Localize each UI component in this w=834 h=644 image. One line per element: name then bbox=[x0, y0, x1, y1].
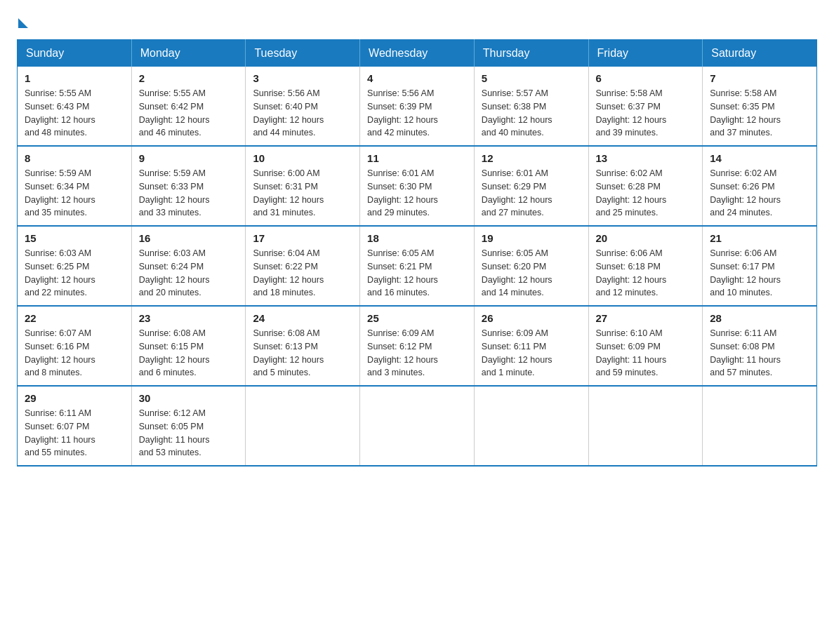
day-info: Sunrise: 5:58 AMSunset: 6:35 PMDaylight:… bbox=[710, 88, 781, 137]
calendar-cell: 9 Sunrise: 5:59 AMSunset: 6:33 PMDayligh… bbox=[131, 146, 246, 226]
day-number: 3 bbox=[253, 72, 352, 84]
calendar-week-row: 15 Sunrise: 6:03 AMSunset: 6:25 PMDaylig… bbox=[18, 226, 817, 306]
day-info: Sunrise: 6:07 AMSunset: 6:16 PMDaylight:… bbox=[25, 328, 95, 377]
day-info: Sunrise: 6:03 AMSunset: 6:24 PMDaylight:… bbox=[139, 248, 210, 297]
day-number: 18 bbox=[367, 232, 467, 244]
calendar-cell: 13 Sunrise: 6:02 AMSunset: 6:28 PMDaylig… bbox=[588, 146, 703, 226]
day-info: Sunrise: 6:09 AMSunset: 6:11 PMDaylight:… bbox=[482, 328, 552, 377]
calendar-cell bbox=[588, 386, 703, 466]
day-info: Sunrise: 6:00 AMSunset: 6:31 PMDaylight:… bbox=[253, 168, 324, 217]
calendar-cell: 1 Sunrise: 5:55 AMSunset: 6:43 PMDayligh… bbox=[18, 67, 132, 146]
weekday-header-thursday: Thursday bbox=[474, 40, 588, 67]
calendar-cell: 16 Sunrise: 6:03 AMSunset: 6:24 PMDaylig… bbox=[131, 226, 246, 306]
day-number: 17 bbox=[253, 232, 352, 244]
weekday-header-wednesday: Wednesday bbox=[360, 40, 475, 67]
day-info: Sunrise: 6:02 AMSunset: 6:28 PMDaylight:… bbox=[596, 168, 667, 217]
calendar-cell: 14 Sunrise: 6:02 AMSunset: 6:26 PMDaylig… bbox=[703, 146, 817, 226]
day-info: Sunrise: 6:09 AMSunset: 6:12 PMDaylight:… bbox=[367, 328, 438, 377]
weekday-header-tuesday: Tuesday bbox=[246, 40, 360, 67]
day-info: Sunrise: 6:10 AMSunset: 6:09 PMDaylight:… bbox=[596, 328, 667, 377]
calendar-cell bbox=[246, 386, 360, 466]
calendar-cell: 25 Sunrise: 6:09 AMSunset: 6:12 PMDaylig… bbox=[360, 306, 475, 386]
calendar-cell: 15 Sunrise: 6:03 AMSunset: 6:25 PMDaylig… bbox=[18, 226, 132, 306]
weekday-header-friday: Friday bbox=[588, 40, 703, 67]
day-number: 30 bbox=[139, 392, 239, 404]
day-info: Sunrise: 5:56 AMSunset: 6:40 PMDaylight:… bbox=[253, 88, 324, 137]
calendar-cell: 20 Sunrise: 6:06 AMSunset: 6:18 PMDaylig… bbox=[588, 226, 703, 306]
calendar-cell: 11 Sunrise: 6:01 AMSunset: 6:30 PMDaylig… bbox=[360, 146, 475, 226]
day-info: Sunrise: 5:59 AMSunset: 6:34 PMDaylight:… bbox=[25, 168, 95, 217]
calendar-week-row: 22 Sunrise: 6:07 AMSunset: 6:16 PMDaylig… bbox=[18, 306, 817, 386]
calendar-week-row: 1 Sunrise: 5:55 AMSunset: 6:43 PMDayligh… bbox=[18, 67, 817, 146]
calendar-cell: 5 Sunrise: 5:57 AMSunset: 6:38 PMDayligh… bbox=[474, 67, 588, 146]
logo bbox=[17, 17, 28, 28]
calendar-cell: 8 Sunrise: 5:59 AMSunset: 6:34 PMDayligh… bbox=[18, 146, 132, 226]
day-number: 9 bbox=[139, 152, 239, 164]
weekday-header-sunday: Sunday bbox=[18, 40, 132, 67]
day-info: Sunrise: 5:56 AMSunset: 6:39 PMDaylight:… bbox=[367, 88, 438, 137]
day-info: Sunrise: 6:11 AMSunset: 6:08 PMDaylight:… bbox=[710, 328, 781, 377]
day-number: 27 bbox=[596, 312, 696, 324]
calendar-cell: 30 Sunrise: 6:12 AMSunset: 6:05 PMDaylig… bbox=[131, 386, 246, 466]
day-number: 15 bbox=[25, 232, 124, 244]
day-number: 21 bbox=[710, 232, 809, 244]
day-number: 16 bbox=[139, 232, 239, 244]
calendar-cell: 26 Sunrise: 6:09 AMSunset: 6:11 PMDaylig… bbox=[474, 306, 588, 386]
calendar-cell bbox=[703, 386, 817, 466]
day-number: 4 bbox=[367, 72, 467, 84]
calendar-cell: 21 Sunrise: 6:06 AMSunset: 6:17 PMDaylig… bbox=[703, 226, 817, 306]
day-info: Sunrise: 6:12 AMSunset: 6:05 PMDaylight:… bbox=[139, 408, 210, 457]
page-header bbox=[17, 17, 817, 28]
day-info: Sunrise: 6:08 AMSunset: 6:13 PMDaylight:… bbox=[253, 328, 324, 377]
day-number: 7 bbox=[710, 72, 809, 84]
day-number: 1 bbox=[25, 72, 124, 84]
calendar-cell: 19 Sunrise: 6:05 AMSunset: 6:20 PMDaylig… bbox=[474, 226, 588, 306]
calendar-cell: 17 Sunrise: 6:04 AMSunset: 6:22 PMDaylig… bbox=[246, 226, 360, 306]
day-number: 20 bbox=[596, 232, 696, 244]
calendar-table: SundayMondayTuesdayWednesdayThursdayFrid… bbox=[17, 39, 817, 467]
calendar-cell: 23 Sunrise: 6:08 AMSunset: 6:15 PMDaylig… bbox=[131, 306, 246, 386]
day-number: 12 bbox=[482, 152, 581, 164]
calendar-cell: 2 Sunrise: 5:55 AMSunset: 6:42 PMDayligh… bbox=[131, 67, 246, 146]
day-info: Sunrise: 6:08 AMSunset: 6:15 PMDaylight:… bbox=[139, 328, 210, 377]
day-number: 6 bbox=[596, 72, 696, 84]
calendar-cell: 27 Sunrise: 6:10 AMSunset: 6:09 PMDaylig… bbox=[588, 306, 703, 386]
day-info: Sunrise: 6:01 AMSunset: 6:30 PMDaylight:… bbox=[367, 168, 438, 217]
calendar-cell bbox=[474, 386, 588, 466]
day-number: 28 bbox=[710, 312, 809, 324]
day-info: Sunrise: 6:04 AMSunset: 6:22 PMDaylight:… bbox=[253, 248, 324, 297]
calendar-cell: 6 Sunrise: 5:58 AMSunset: 6:37 PMDayligh… bbox=[588, 67, 703, 146]
day-info: Sunrise: 6:06 AMSunset: 6:18 PMDaylight:… bbox=[596, 248, 667, 297]
day-number: 22 bbox=[25, 312, 124, 324]
calendar-cell: 24 Sunrise: 6:08 AMSunset: 6:13 PMDaylig… bbox=[246, 306, 360, 386]
day-number: 8 bbox=[25, 152, 124, 164]
day-number: 25 bbox=[367, 312, 467, 324]
day-info: Sunrise: 6:05 AMSunset: 6:21 PMDaylight:… bbox=[367, 248, 438, 297]
calendar-cell: 12 Sunrise: 6:01 AMSunset: 6:29 PMDaylig… bbox=[474, 146, 588, 226]
weekday-header-saturday: Saturday bbox=[703, 40, 817, 67]
calendar-cell: 4 Sunrise: 5:56 AMSunset: 6:39 PMDayligh… bbox=[360, 67, 475, 146]
calendar-cell: 3 Sunrise: 5:56 AMSunset: 6:40 PMDayligh… bbox=[246, 67, 360, 146]
day-number: 2 bbox=[139, 72, 239, 84]
day-info: Sunrise: 5:55 AMSunset: 6:42 PMDaylight:… bbox=[139, 88, 210, 137]
calendar-cell: 18 Sunrise: 6:05 AMSunset: 6:21 PMDaylig… bbox=[360, 226, 475, 306]
day-number: 23 bbox=[139, 312, 239, 324]
day-info: Sunrise: 6:03 AMSunset: 6:25 PMDaylight:… bbox=[25, 248, 95, 297]
day-number: 10 bbox=[253, 152, 352, 164]
day-number: 19 bbox=[482, 232, 581, 244]
day-number: 5 bbox=[482, 72, 581, 84]
day-number: 29 bbox=[25, 392, 124, 404]
day-info: Sunrise: 5:59 AMSunset: 6:33 PMDaylight:… bbox=[139, 168, 210, 217]
day-number: 24 bbox=[253, 312, 352, 324]
day-info: Sunrise: 6:05 AMSunset: 6:20 PMDaylight:… bbox=[482, 248, 552, 297]
day-info: Sunrise: 6:01 AMSunset: 6:29 PMDaylight:… bbox=[482, 168, 552, 217]
calendar-cell: 7 Sunrise: 5:58 AMSunset: 6:35 PMDayligh… bbox=[703, 67, 817, 146]
day-number: 11 bbox=[367, 152, 467, 164]
calendar-cell: 28 Sunrise: 6:11 AMSunset: 6:08 PMDaylig… bbox=[703, 306, 817, 386]
day-info: Sunrise: 5:57 AMSunset: 6:38 PMDaylight:… bbox=[482, 88, 552, 137]
day-number: 13 bbox=[596, 152, 696, 164]
calendar-header: SundayMondayTuesdayWednesdayThursdayFrid… bbox=[18, 40, 817, 67]
day-info: Sunrise: 6:11 AMSunset: 6:07 PMDaylight:… bbox=[25, 408, 95, 457]
calendar-week-row: 8 Sunrise: 5:59 AMSunset: 6:34 PMDayligh… bbox=[18, 146, 817, 226]
day-info: Sunrise: 6:06 AMSunset: 6:17 PMDaylight:… bbox=[710, 248, 781, 297]
